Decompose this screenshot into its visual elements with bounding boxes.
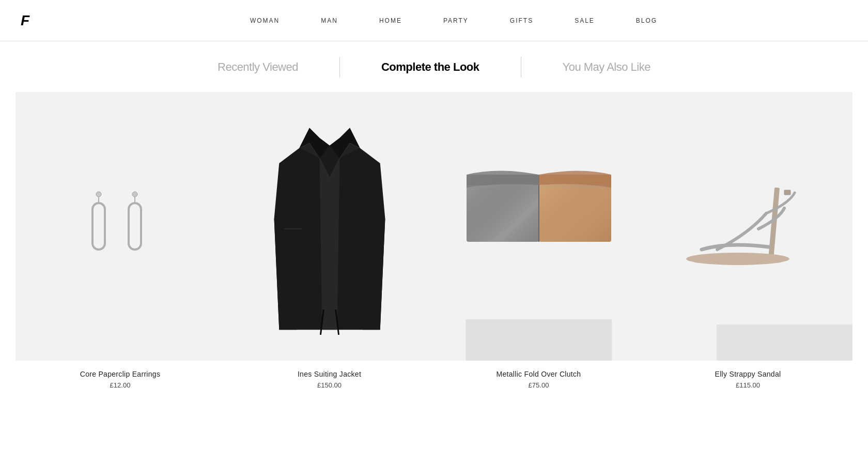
tab-recently-viewed[interactable]: Recently Viewed (176, 60, 339, 74)
clutch-bag-svg (456, 159, 622, 262)
product-name-earrings: Core Paperclip Earrings (21, 370, 220, 378)
product-price-clutch: £75.00 (439, 381, 638, 389)
nav-man[interactable]: MAN (321, 17, 338, 24)
nav-sale[interactable]: SALE (575, 17, 595, 24)
sandal-pedestal (717, 324, 853, 361)
product-name-jacket: Ines Suiting Jacket (230, 370, 429, 378)
product-info-sandal: Elly Strappy Sandal £115.00 (643, 361, 853, 394)
svg-rect-2 (92, 203, 105, 250)
clutch-pedestal (466, 319, 612, 361)
product-image-clutch (434, 92, 643, 361)
nav-gifts[interactable]: GIFTS (510, 17, 533, 24)
sandal-svg (676, 146, 820, 281)
product-info-clutch: Metallic Fold Over Clutch £75.00 (434, 361, 643, 394)
blazer-svg (268, 118, 392, 335)
product-name-sandal: Elly Strappy Sandal (648, 370, 847, 378)
nav-woman[interactable]: WOMAN (250, 17, 280, 24)
nav-party[interactable]: PARTY (443, 17, 469, 24)
nav-home[interactable]: HOME (379, 17, 402, 24)
product-price-jacket: £150.00 (230, 381, 429, 389)
svg-rect-5 (129, 203, 141, 250)
product-card-sandal[interactable]: Elly Strappy Sandal £115.00 (643, 92, 853, 394)
product-info-earrings: Core Paperclip Earrings £12.00 (16, 361, 225, 394)
product-image-sandal (643, 92, 853, 361)
main-nav: WOMAN MAN HOME PARTY GIFTS SALE BLOG (60, 17, 847, 24)
nav-blog[interactable]: BLOG (636, 17, 657, 24)
svg-point-0 (96, 192, 101, 197)
product-image-jacket (225, 92, 434, 361)
site-logo[interactable]: F (21, 13, 29, 28)
product-price-earrings: £12.00 (21, 381, 220, 389)
product-card-jacket[interactable]: Ines Suiting Jacket £150.00 (225, 92, 434, 394)
product-card-earrings[interactable]: Core Paperclip Earrings £12.00 (16, 92, 225, 394)
earrings-svg (64, 185, 177, 268)
svg-point-3 (132, 192, 137, 197)
product-name-clutch: Metallic Fold Over Clutch (439, 370, 638, 378)
site-header: F WOMAN MAN HOME PARTY GIFTS SALE BLOG (0, 0, 868, 41)
tab-you-may-also-like[interactable]: You May Also Like (521, 60, 692, 74)
product-info-jacket: Ines Suiting Jacket £150.00 (225, 361, 434, 394)
product-price-sandal: £115.00 (648, 381, 847, 389)
products-grid: Core Paperclip Earrings £12.00 (0, 92, 868, 394)
product-card-clutch[interactable]: Metallic Fold Over Clutch £75.00 (434, 92, 643, 394)
section-tabs: Recently Viewed Complete the Look You Ma… (0, 41, 868, 92)
svg-point-16 (686, 253, 789, 265)
product-image-earrings (16, 92, 225, 361)
svg-rect-17 (784, 190, 791, 195)
tab-complete-the-look[interactable]: Complete the Look (340, 60, 521, 74)
